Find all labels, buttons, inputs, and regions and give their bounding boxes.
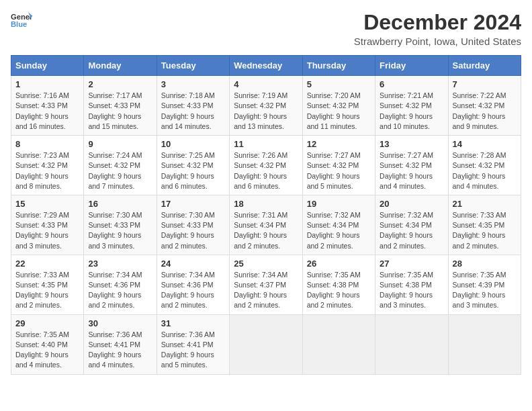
table-row: 21 Sunrise: 7:33 AMSunset: 4:35 PMDaylig… [448, 195, 521, 255]
empty-cell [230, 314, 302, 374]
calendar-header-row: Sunday Monday Tuesday Wednesday Thursday… [11, 56, 521, 76]
table-row: 8 Sunrise: 7:23 AMSunset: 4:32 PMDayligh… [11, 136, 84, 195]
table-row: 19 Sunrise: 7:32 AMSunset: 4:34 PMDaylig… [302, 195, 375, 255]
table-row: 2 Sunrise: 7:17 AMSunset: 4:33 PMDayligh… [84, 76, 157, 136]
table-row: 18 Sunrise: 7:31 AMSunset: 4:34 PMDaylig… [230, 195, 302, 255]
table-row: 6 Sunrise: 7:21 AMSunset: 4:32 PMDayligh… [375, 76, 448, 136]
table-row: 9 Sunrise: 7:24 AMSunset: 4:32 PMDayligh… [84, 136, 157, 195]
table-row: 7 Sunrise: 7:22 AMSunset: 4:32 PMDayligh… [448, 76, 521, 136]
calendar-week-row: 15 Sunrise: 7:29 AMSunset: 4:33 PMDaylig… [11, 195, 521, 255]
svg-text:Blue: Blue [11, 20, 27, 28]
table-row: 4 Sunrise: 7:19 AMSunset: 4:32 PMDayligh… [230, 76, 302, 136]
calendar-week-row: 29 Sunrise: 7:35 AMSunset: 4:40 PMDaylig… [11, 314, 521, 374]
logo: General Blue [11, 11, 32, 30]
col-monday: Monday [84, 56, 157, 76]
table-row: 26 Sunrise: 7:35 AMSunset: 4:38 PMDaylig… [302, 255, 375, 314]
col-wednesday: Wednesday [230, 56, 302, 76]
table-row: 16 Sunrise: 7:30 AMSunset: 4:33 PMDaylig… [84, 195, 157, 255]
empty-cell [302, 314, 375, 374]
table-row: 25 Sunrise: 7:34 AMSunset: 4:37 PMDaylig… [230, 255, 302, 314]
table-row: 14 Sunrise: 7:28 AMSunset: 4:32 PMDaylig… [448, 136, 521, 195]
table-row: 29 Sunrise: 7:35 AMSunset: 4:40 PMDaylig… [11, 314, 84, 374]
page-header: General Blue December 2024 Strawberry Po… [11, 11, 521, 47]
table-row: 17 Sunrise: 7:30 AMSunset: 4:33 PMDaylig… [157, 195, 229, 255]
col-thursday: Thursday [302, 56, 375, 76]
title-block: December 2024 Strawberry Point, Iowa, Un… [354, 11, 521, 47]
calendar-table: Sunday Monday Tuesday Wednesday Thursday… [11, 55, 521, 374]
table-row: 13 Sunrise: 7:27 AMSunset: 4:32 PMDaylig… [375, 136, 448, 195]
col-friday: Friday [375, 56, 448, 76]
page-subtitle: Strawberry Point, Iowa, United States [354, 36, 521, 47]
table-row: 5 Sunrise: 7:20 AMSunset: 4:32 PMDayligh… [302, 76, 375, 136]
table-row: 30 Sunrise: 7:36 AMSunset: 4:41 PMDaylig… [84, 314, 157, 374]
table-row: 12 Sunrise: 7:27 AMSunset: 4:32 PMDaylig… [302, 136, 375, 195]
calendar-week-row: 8 Sunrise: 7:23 AMSunset: 4:32 PMDayligh… [11, 136, 521, 195]
calendar-week-row: 22 Sunrise: 7:33 AMSunset: 4:35 PMDaylig… [11, 255, 521, 314]
table-row: 3 Sunrise: 7:18 AMSunset: 4:33 PMDayligh… [157, 76, 229, 136]
table-row: 22 Sunrise: 7:33 AMSunset: 4:35 PMDaylig… [11, 255, 84, 314]
empty-cell [448, 314, 521, 374]
table-row: 24 Sunrise: 7:34 AMSunset: 4:36 PMDaylig… [157, 255, 229, 314]
table-row: 28 Sunrise: 7:35 AMSunset: 4:39 PMDaylig… [448, 255, 521, 314]
table-row: 31 Sunrise: 7:36 AMSunset: 4:41 PMDaylig… [157, 314, 229, 374]
table-row: 10 Sunrise: 7:25 AMSunset: 4:32 PMDaylig… [157, 136, 229, 195]
page-title: December 2024 [354, 11, 521, 34]
col-tuesday: Tuesday [157, 56, 229, 76]
table-row: 15 Sunrise: 7:29 AMSunset: 4:33 PMDaylig… [11, 195, 84, 255]
table-row: 1 Sunrise: 7:16 AMSunset: 4:33 PMDayligh… [11, 76, 84, 136]
table-row: 23 Sunrise: 7:34 AMSunset: 4:36 PMDaylig… [84, 255, 157, 314]
col-sunday: Sunday [11, 56, 84, 76]
calendar-body: 1 Sunrise: 7:16 AMSunset: 4:33 PMDayligh… [11, 76, 521, 374]
table-row: 11 Sunrise: 7:26 AMSunset: 4:32 PMDaylig… [230, 136, 302, 195]
col-saturday: Saturday [448, 56, 521, 76]
table-row: 27 Sunrise: 7:35 AMSunset: 4:38 PMDaylig… [375, 255, 448, 314]
empty-cell [375, 314, 448, 374]
table-row: 20 Sunrise: 7:32 AMSunset: 4:34 PMDaylig… [375, 195, 448, 255]
logo-icon: General Blue [11, 11, 32, 30]
calendar-week-row: 1 Sunrise: 7:16 AMSunset: 4:33 PMDayligh… [11, 76, 521, 136]
